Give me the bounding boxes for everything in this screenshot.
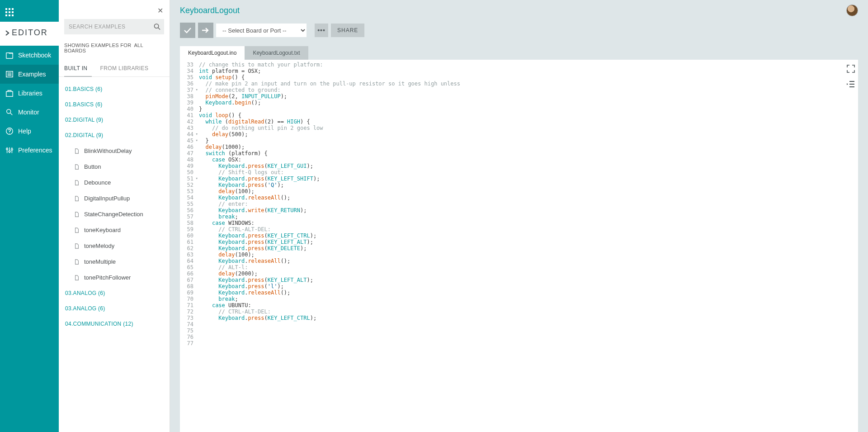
monitor-icon: [5, 108, 14, 116]
libraries-icon: [5, 89, 14, 97]
example-label: toneKeyboard: [84, 227, 121, 233]
tab-from-libraries[interactable]: FROM LIBRARIES: [100, 61, 153, 76]
svg-line-16: [10, 113, 13, 115]
file-icon: [74, 243, 80, 249]
sketchbook-icon: [5, 51, 14, 59]
code-editor[interactable]: 3334353637383940414243444546474849505152…: [180, 60, 858, 432]
search-input[interactable]: [64, 19, 164, 34]
examples-panel: ✕ SHOWING EXAMPLES FORALL BOARDS BUILT I…: [59, 0, 170, 432]
file-tab-txt[interactable]: KeyboardLogout.txt: [245, 46, 308, 60]
example-label: DigitalInputPullup: [84, 195, 130, 202]
svg-point-24: [11, 148, 13, 150]
svg-rect-3: [5, 11, 7, 13]
example-label: Debounce: [84, 179, 111, 186]
file-icon: [74, 228, 80, 233]
toolbar: -- Select Board or Port -- ••• SHARE: [170, 19, 868, 46]
nav-label: Libraries: [18, 90, 42, 97]
example-label: StateChangeDetection: [84, 211, 143, 218]
example-item[interactable]: tonePitchFollower: [59, 270, 170, 285]
search-icon[interactable]: [154, 24, 160, 30]
category-item[interactable]: 04.COMMUNICATION (12): [59, 316, 170, 332]
file-icon: [74, 148, 80, 154]
examples-icon: [5, 70, 14, 78]
file-icon: [74, 212, 80, 217]
file-tab-ino[interactable]: KeyboardLogout.ino: [180, 46, 245, 60]
category-item[interactable]: 02.DIGITAL (9): [59, 112, 170, 128]
file-icon: [74, 164, 80, 170]
line-gutter: 3334353637383940414243444546474849505152…: [180, 60, 195, 432]
editor-logo: EDITOR: [0, 22, 59, 46]
category-item[interactable]: 02.DIGITAL (9): [59, 128, 170, 143]
example-item[interactable]: toneMelody: [59, 238, 170, 254]
svg-rect-5: [12, 11, 14, 13]
svg-rect-0: [5, 8, 7, 10]
example-label: Button: [84, 163, 101, 170]
nav-item-sketchbook[interactable]: Sketchbook: [0, 46, 59, 65]
example-item[interactable]: DigitalInputPullup: [59, 190, 170, 206]
svg-rect-8: [12, 14, 14, 16]
chevron-right-icon: [5, 30, 10, 36]
nav-label: Monitor: [18, 109, 39, 116]
nav-label: Sketchbook: [18, 52, 51, 59]
svg-point-22: [6, 148, 8, 150]
svg-point-18: [9, 133, 9, 133]
verify-button[interactable]: [180, 23, 195, 38]
example-item[interactable]: toneKeyboard: [59, 222, 170, 238]
editor-main: KeyboardLogout -- Select Board or Port -…: [170, 0, 868, 432]
nav-item-help[interactable]: Help: [0, 122, 59, 141]
svg-rect-4: [9, 11, 10, 13]
preferences-icon: [5, 146, 14, 154]
code-content[interactable]: // change this to match your platform:in…: [195, 60, 858, 432]
brand-label: EDITOR: [12, 28, 48, 38]
close-icon[interactable]: ✕: [157, 6, 163, 15]
nav-item-libraries[interactable]: Libraries: [0, 84, 59, 103]
category-item[interactable]: 03.ANALOG (6): [59, 301, 170, 316]
file-icon: [74, 196, 80, 201]
category-item[interactable]: 03.ANALOG (6): [59, 285, 170, 301]
example-item[interactable]: BlinkWithoutDelay: [59, 143, 170, 159]
nav-item-examples[interactable]: Examples: [0, 65, 59, 84]
nav-label: Help: [18, 128, 31, 135]
more-menu-button[interactable]: •••: [315, 24, 328, 37]
upload-button[interactable]: [198, 23, 213, 38]
example-label: toneMultiple: [84, 258, 116, 265]
nav-label: Preferences: [18, 147, 52, 154]
example-item[interactable]: toneMultiple: [59, 254, 170, 270]
file-icon: [74, 275, 80, 280]
svg-rect-7: [9, 14, 10, 16]
svg-rect-6: [5, 14, 7, 16]
svg-point-25: [154, 24, 158, 28]
category-item[interactable]: 01.BASICS (6): [59, 97, 170, 112]
svg-rect-2: [12, 8, 14, 10]
nav-rail: EDITOR SketchbookExamplesLibrariesMonito…: [0, 0, 59, 432]
nav-label: Examples: [18, 71, 46, 78]
svg-rect-14: [6, 91, 13, 96]
examples-tree[interactable]: 01.BASICS (6)01.BASICS (6)02.DIGITAL (9)…: [59, 77, 170, 432]
apps-grid-icon[interactable]: [0, 4, 59, 22]
svg-point-23: [9, 151, 10, 152]
tab-built-in[interactable]: BUILT IN: [64, 61, 92, 77]
sketch-title: KeyboardLogout: [180, 6, 240, 15]
example-item[interactable]: Debounce: [59, 175, 170, 190]
svg-rect-1: [9, 8, 10, 10]
example-label: tonePitchFollower: [84, 274, 131, 281]
fullscreen-icon[interactable]: [846, 64, 855, 73]
avatar[interactable]: [846, 5, 858, 16]
showing-examples-label: SHOWING EXAMPLES FORALL BOARDS: [59, 39, 170, 61]
board-select[interactable]: -- Select Board or Port --: [216, 24, 307, 37]
file-tabs: KeyboardLogout.inoKeyboardLogout.txt: [180, 46, 858, 60]
category-item[interactable]: 01.BASICS (6): [59, 81, 170, 97]
nav-item-monitor[interactable]: Monitor: [0, 103, 59, 122]
toggle-sidebar-icon[interactable]: [846, 80, 855, 89]
share-button[interactable]: SHARE: [331, 24, 364, 37]
panel-tabbar: BUILT IN FROM LIBRARIES: [59, 61, 170, 77]
file-icon: [74, 180, 80, 185]
example-item[interactable]: Button: [59, 159, 170, 175]
help-icon: [5, 127, 14, 135]
example-label: BlinkWithoutDelay: [84, 147, 132, 154]
svg-line-26: [158, 28, 160, 29]
example-item[interactable]: StateChangeDetection: [59, 206, 170, 222]
nav-item-preferences[interactable]: Preferences: [0, 141, 59, 160]
svg-point-15: [7, 109, 11, 114]
example-label: toneMelody: [84, 242, 114, 249]
